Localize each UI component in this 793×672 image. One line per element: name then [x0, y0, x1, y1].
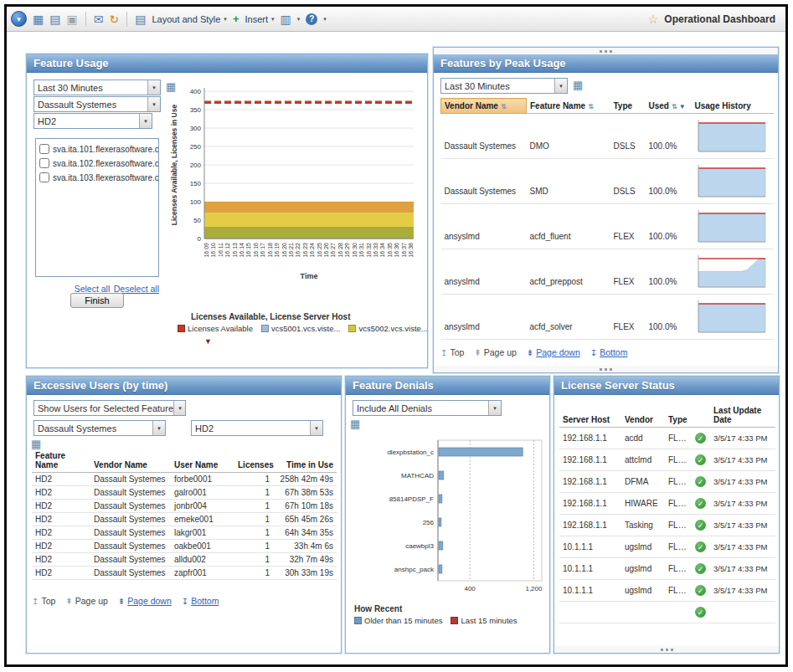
column-header-vendor-name[interactable]: Vendor Name — [90, 449, 171, 473]
pagination-top: ↥Top — [32, 596, 55, 606]
favorite-star-icon[interactable]: ☆ — [648, 13, 659, 26]
table-row: HD2Dassault Systemesforbe00011258h 42m 4… — [32, 473, 337, 486]
vendor-select[interactable]: Dassault Systemes ▾ — [33, 420, 166, 436]
time-range-select[interactable]: Last 30 Minutes ▾ — [440, 78, 568, 94]
status-ok-icon: ✓ — [695, 563, 706, 574]
chevron-down-icon[interactable]: ▾ — [323, 16, 327, 23]
column-header-vendor-name[interactable]: Vendor Name⇅ — [441, 99, 527, 114]
panel-feature-denials: Feature Denials Include All Denials ▾ ▦ … — [345, 376, 550, 654]
select-value: Include All Denials — [357, 403, 432, 413]
panel-features-by-peak-usage: Features by Peak Usage Last 30 Minutes ▾… — [433, 47, 779, 373]
save-icon[interactable]: ▣ — [66, 13, 77, 25]
column-header-server-host[interactable]: Server Host — [559, 403, 621, 428]
export-icon[interactable]: ▥ — [281, 13, 291, 25]
server-checkbox[interactable] — [39, 158, 49, 168]
cell: DMO — [527, 114, 610, 159]
cell — [621, 602, 665, 623]
column-header-time-in-use[interactable]: Time in Use — [273, 449, 337, 473]
layout-and-style-menu[interactable]: Layout and Style ▾ — [152, 14, 226, 24]
svg-text:16:10: 16:10 — [210, 243, 216, 258]
svg-text:16:13: 16:13 — [232, 243, 238, 258]
cell: 10.1.1.1 — [559, 558, 621, 580]
cell: Dassault Systemes — [90, 553, 171, 567]
cell: DSLS — [610, 114, 646, 159]
table-tool-icon[interactable]: ▦ — [350, 418, 360, 429]
column-header-feature-name[interactable]: Feature Name⇅ — [527, 99, 610, 114]
vendor-select[interactable]: Dassault Systemes ▾ — [33, 96, 161, 112]
server-checkbox-item[interactable]: sva.ita.102.flexerasoftware.com — [39, 158, 155, 168]
svg-text:dlexpbstation_c: dlexpbstation_c — [387, 449, 434, 456]
feature-usage-chart-svg: 05010015020025030035040016:0916:1016:111… — [167, 80, 419, 310]
column-header-user-name[interactable]: User Name — [171, 449, 234, 473]
finish-button[interactable]: Finish — [70, 293, 123, 308]
chevron-down-icon[interactable]: ▾ — [297, 16, 301, 23]
table-row: 10.1.1.1ugslmdFLEX✓3/5/17 4:33 PM — [559, 558, 775, 580]
splitter-handle[interactable] — [554, 646, 779, 653]
splitter-handle[interactable] — [434, 366, 778, 372]
refresh-icon[interactable]: ↻ — [109, 13, 119, 25]
cell: Dassault Systemes — [90, 513, 171, 526]
chart-legend-title: Licenses Available, License Server Host — [191, 312, 350, 321]
column-header-licenses[interactable]: Licenses — [234, 449, 273, 473]
column-header-last-update-date[interactable]: Last Update Date — [710, 403, 775, 428]
denials-filter-select[interactable]: Include All Denials ▾ — [353, 400, 502, 416]
table-row: 192.168.1.1attclmdFLEX✓3/5/17 4:33 PM — [559, 449, 775, 471]
dropdown-arrow-icon: ▾ — [139, 114, 152, 128]
column-header-feature-name[interactable]: Feature Name — [32, 449, 90, 473]
table-row: HD2Dassault Systemeslakgr001164h 34m 35s — [32, 526, 337, 540]
new-dashboard-icon[interactable]: ▦ — [33, 13, 44, 25]
server-checkbox-item[interactable]: sva.ita.103.flexerasoftware.com — [39, 172, 155, 182]
cell: FLEX — [665, 428, 692, 449]
cell: 3/5/17 4:33 PM — [710, 471, 775, 493]
pagination-bottom[interactable]: ↧Bottom — [590, 347, 628, 357]
insert-menu[interactable]: Insert ▾ — [245, 14, 274, 24]
legend-item: vcs5001.vcs.viste... — [261, 324, 340, 333]
cell: jonbr004 — [171, 500, 234, 513]
column-header-vendor[interactable]: Vendor — [621, 403, 665, 428]
pagination-page-down[interactable]: ⇟Page down — [527, 347, 580, 357]
svg-text:16:19: 16:19 — [274, 243, 280, 258]
status-ok-icon: ✓ — [695, 607, 706, 618]
cell: FLEX — [610, 204, 646, 249]
feature-select[interactable]: HD2 ▾ — [191, 420, 323, 436]
pagination-page-down[interactable]: ⇟Page down — [118, 596, 172, 606]
toolbar-menu-button[interactable]: ▾ — [11, 11, 27, 27]
cell: 3/5/17 4:33 PM — [710, 449, 775, 471]
pagination-bottom[interactable]: ↧Bottom — [182, 596, 219, 606]
server-checkbox-item[interactable]: sva.ita.101.flexerasoftware.com — [39, 144, 155, 154]
column-header-type[interactable]: Type — [610, 99, 646, 114]
server-list[interactable]: sva.ita.101.flexerasoftware.comsva.ita.1… — [35, 138, 159, 277]
table-row: HD2Dassault Systemesemeke001165h 45m 26s — [32, 513, 337, 526]
table-row: Dassault SystemesSMDDSLS100.0% — [441, 159, 774, 204]
server-checkbox[interactable] — [39, 172, 49, 182]
server-checkbox[interactable] — [39, 144, 49, 154]
svg-text:16:32: 16:32 — [366, 243, 372, 258]
help-icon[interactable]: ? — [306, 13, 317, 25]
feature-select[interactable]: HD2 ▾ — [33, 113, 152, 129]
column-header-used[interactable]: Used⇅▼ — [646, 99, 692, 114]
cell: FLEX — [665, 558, 692, 580]
splitter-handle[interactable] — [434, 48, 778, 54]
table-row: HD2Dassault Systemesoakbe001133h 4m 6s — [32, 540, 337, 553]
svg-text:0: 0 — [198, 235, 202, 243]
user-mode-select[interactable]: Show Users for Selected Feature ▾ — [33, 400, 186, 416]
excessive-users-table: Feature Name Vendor Name User Name Licen… — [32, 449, 337, 580]
column-header-type[interactable]: Type — [665, 403, 692, 428]
legend-swatch — [348, 325, 356, 332]
page-down-icon: ⇟ — [527, 348, 533, 357]
status-cell: ✓ — [692, 558, 710, 580]
svg-text:16:38: 16:38 — [408, 243, 414, 258]
svg-text:16:37: 16:37 — [401, 243, 407, 258]
cell: SMD — [527, 159, 610, 204]
svg-text:16:27: 16:27 — [330, 243, 336, 258]
svg-text:Time: Time — [301, 272, 318, 280]
legend-scroll-down-icon[interactable]: ▼ — [204, 337, 212, 346]
column-header-usage-history[interactable]: Usage History — [692, 99, 774, 114]
svg-text:16:26: 16:26 — [323, 243, 329, 258]
time-range-select[interactable]: Last 30 Minutes ▾ — [33, 80, 161, 95]
legend-swatch — [261, 325, 269, 332]
table-tool-icon[interactable]: ▦ — [573, 80, 583, 90]
cell: 3/5/17 4:33 PM — [710, 580, 775, 602]
open-dashboard-icon[interactable]: ▤ — [49, 13, 60, 25]
mail-icon[interactable]: ✉ — [94, 13, 104, 25]
